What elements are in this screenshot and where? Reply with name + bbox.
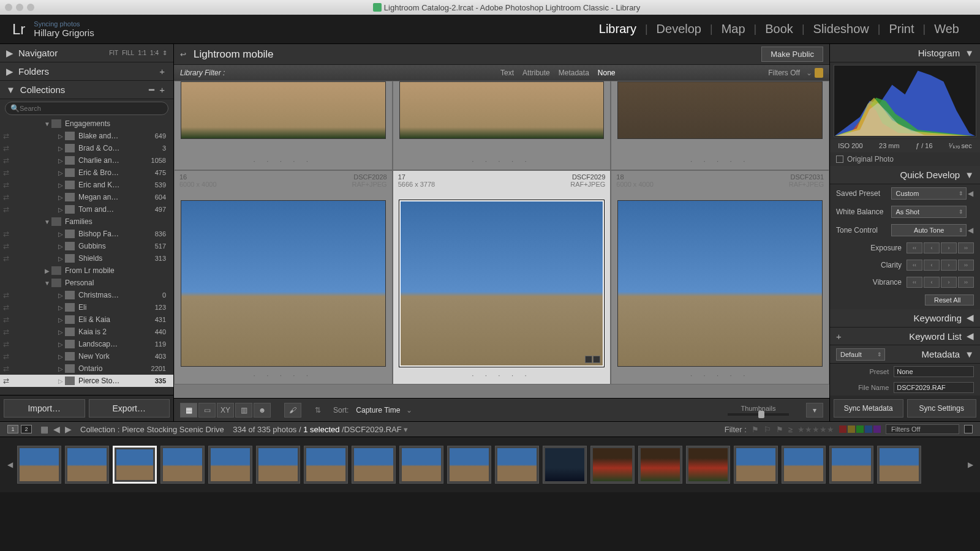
qd-step-up[interactable]: › <box>941 242 957 253</box>
metadata-panel-header[interactable]: Default Metadata▼ <box>830 345 980 364</box>
filmstrip-thumbnail[interactable] <box>160 446 205 484</box>
quick-develop-panel-header[interactable]: Quick Develop▼ <box>830 166 980 184</box>
disclosure-triangle-icon[interactable]: ▷ <box>56 292 65 299</box>
collection-item[interactable]: ⇄▷Kaia is 2440 <box>0 326 173 338</box>
library-grid[interactable]: · · · · ·· · · · ·· · · · · 16DSCF202860… <box>174 81 829 398</box>
filmstrip-thumbnail[interactable] <box>829 446 873 484</box>
metadata-preset-dropdown[interactable]: None <box>894 366 974 377</box>
filmstrip-thumbnail[interactable] <box>65 446 109 484</box>
reset-all-button[interactable]: Reset All <box>925 294 974 305</box>
sort-value-dropdown[interactable]: Capture Time <box>356 406 400 414</box>
collection-set[interactable]: ▼Engagements <box>0 118 173 130</box>
disclosure-triangle-icon[interactable]: ▷ <box>56 157 65 164</box>
disclosure-triangle-icon[interactable]: ▶ <box>43 268 51 274</box>
folders-panel-header[interactable]: ▶ Folders + <box>0 62 173 81</box>
collection-item[interactable]: ⇄▷Tom and…497 <box>0 203 173 216</box>
keywording-panel-header[interactable]: Keywording◀ <box>830 309 980 328</box>
filter-lock-toggle[interactable] <box>964 425 973 433</box>
survey-view-button[interactable]: ▥ <box>235 403 252 418</box>
qd-step-large-down[interactable]: ‹‹ <box>907 277 922 288</box>
filmstrip-thumbnail[interactable] <box>590 446 635 484</box>
toolbar-content-button[interactable]: ▾ <box>806 403 823 418</box>
minimize-traffic-light[interactable] <box>16 4 23 11</box>
filmstrip-thumbnail[interactable] <box>686 446 730 484</box>
collections-search[interactable]: 🔍 <box>5 102 168 115</box>
second-display-button[interactable]: 2 <box>21 425 32 433</box>
nav-1to1[interactable]: 1:1 <box>138 50 146 56</box>
flag-unflagged-filter[interactable]: ⚐ <box>764 425 771 434</box>
flag-reject-filter[interactable]: ⚑ <box>776 425 783 434</box>
disclosure-triangle-icon[interactable]: ▷ <box>56 317 65 323</box>
collection-item[interactable]: ⇄▷Pierce Sto…335 <box>0 375 173 387</box>
collection-item[interactable]: ⇄▷Blake and…649 <box>0 130 173 142</box>
qd-step-large-up[interactable]: ›› <box>958 242 974 253</box>
disclosure-triangle-icon[interactable]: ▷ <box>56 182 65 189</box>
filter-tab-attribute[interactable]: Attribute <box>522 69 550 77</box>
path-back-icon[interactable]: ↩︎ <box>180 50 186 59</box>
disclosure-triangle-icon[interactable]: ▷ <box>56 231 65 238</box>
collapse-arrow-icon[interactable]: ◀ <box>967 189 974 198</box>
zoom-traffic-light[interactable] <box>27 4 34 11</box>
sync-settings-button[interactable]: Sync Settings <box>907 399 977 418</box>
disclosure-triangle-icon[interactable]: ▷ <box>56 353 65 360</box>
filter-tab-text[interactable]: Text <box>500 69 514 77</box>
navigator-panel-header[interactable]: ▶ Navigator FIT FILL 1:1 1:4 ⇕ <box>0 44 173 62</box>
auto-tone-button[interactable]: Auto Tone <box>891 224 967 236</box>
filters-off-dropdown[interactable]: Filters Off <box>768 69 800 77</box>
filmstrip-scroll-left[interactable]: ◀ <box>6 460 13 469</box>
collection-item[interactable]: ⇄▷New York403 <box>0 350 173 362</box>
filmstrip[interactable]: ◀ ▶ <box>0 437 980 492</box>
disclosure-triangle-icon[interactable]: ▷ <box>56 145 65 152</box>
filmstrip-thumbnail[interactable] <box>113 446 157 484</box>
rating-dots[interactable]: · · · · · <box>175 372 392 379</box>
collection-item[interactable]: ⇄▷Landscap…119 <box>0 338 173 350</box>
rating-dots[interactable]: · · · · · <box>611 372 829 379</box>
nav-fit[interactable]: FIT <box>109 50 118 56</box>
disclosure-triangle-icon[interactable]: ▷ <box>56 194 65 201</box>
qd-step-up[interactable]: › <box>941 277 957 288</box>
qd-step-down[interactable]: ‹ <box>924 260 940 271</box>
color-label-filter[interactable] <box>839 425 881 433</box>
flag-pick-filter[interactable]: ⚑ <box>752 425 759 434</box>
collections-panel-header[interactable]: ▼ Collections ━ + <box>0 81 173 99</box>
grid-shortcut-icon[interactable]: ▦ <box>39 424 50 434</box>
nav-forward-button[interactable]: ▶ <box>64 424 73 434</box>
file-name-field[interactable]: DSCF2029.RAF <box>894 382 974 393</box>
white-balance-dropdown[interactable]: As Shot <box>891 206 967 218</box>
people-view-button[interactable]: ☻ <box>254 403 271 418</box>
original-photo-checkbox-row[interactable]: Original Photo <box>830 152 980 166</box>
collection-item[interactable]: ⇄▷Eric & Bro…475 <box>0 167 173 179</box>
collection-set[interactable]: ▼Personal <box>0 277 173 289</box>
collection-item[interactable]: ⇄▷Christmas…0 <box>0 289 173 301</box>
rating-dots[interactable]: · · · · · <box>611 158 829 165</box>
add-keyword-button[interactable]: + <box>836 331 842 342</box>
grid-view-button[interactable]: ▦ <box>180 403 197 418</box>
filmstrip-scroll-right[interactable]: ▶ <box>967 460 974 469</box>
filmstrip-thumbnail[interactable] <box>447 446 491 484</box>
collection-item[interactable]: ⇄▷Charlie an…1058 <box>0 154 173 167</box>
import-button[interactable]: Import… <box>4 399 85 418</box>
filmstrip-thumbnail[interactable] <box>256 446 300 484</box>
collection-item[interactable]: ⇄▷Bishop Fa…836 <box>0 228 173 240</box>
disclosure-triangle-icon[interactable]: ▷ <box>56 206 65 213</box>
sort-direction-icon[interactable]: ⇅ <box>315 406 321 414</box>
filter-lock-icon[interactable] <box>815 68 823 78</box>
module-web[interactable]: Web <box>925 22 968 36</box>
disclosure-triangle-icon[interactable]: ▷ <box>56 341 65 348</box>
grid-cell[interactable]: · · · · · <box>174 81 393 170</box>
disclosure-triangle-icon[interactable]: ▷ <box>56 378 65 384</box>
qd-step-large-up[interactable]: ›› <box>958 277 974 288</box>
collection-item[interactable]: ⇄▷Ontario2201 <box>0 362 173 375</box>
module-map[interactable]: Map <box>713 22 754 36</box>
module-print[interactable]: Print <box>880 22 922 36</box>
collection-set[interactable]: ▼Families <box>0 216 173 228</box>
collection-item[interactable]: ⇄▷Megan an…604 <box>0 191 173 203</box>
filmstrip-thumbnail[interactable] <box>17 446 61 484</box>
nav-ratio[interactable]: 1:4 <box>150 50 159 56</box>
disclosure-triangle-icon[interactable]: ▷ <box>56 365 65 372</box>
disclosure-triangle-icon[interactable]: ▷ <box>56 329 65 335</box>
path-crumb[interactable]: Lightroom mobile <box>194 48 273 61</box>
collection-item[interactable]: ⇄▷Eli123 <box>0 301 173 313</box>
collection-item[interactable]: ⇄▷Shields313 <box>0 252 173 264</box>
filmstrip-thumbnail[interactable] <box>734 446 778 484</box>
